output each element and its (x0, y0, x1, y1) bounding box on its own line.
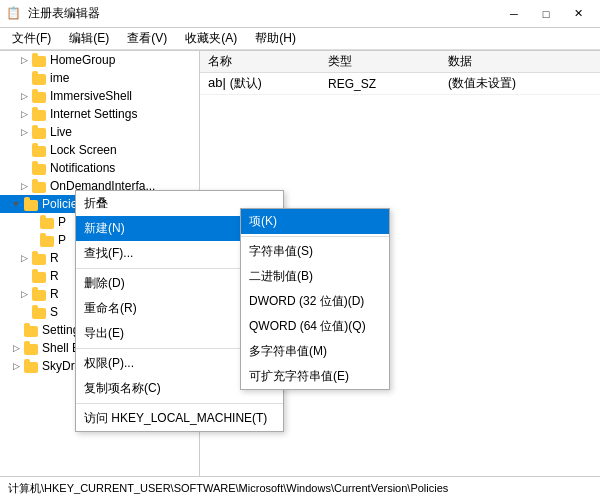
submenu-item[interactable]: 字符串值(S) (241, 239, 389, 264)
folder-icon (32, 125, 48, 139)
folder-icon (32, 71, 48, 85)
folder-icon (24, 323, 40, 337)
tree-label: Notifications (50, 161, 115, 175)
folder-icon (32, 179, 48, 193)
tree-item[interactable]: Lock Screen (0, 141, 199, 159)
tree-label: HomeGroup (50, 53, 115, 67)
folder-icon (32, 161, 48, 175)
tree-item[interactable]: ▷Live (0, 123, 199, 141)
folder-icon (32, 269, 48, 283)
ctx-item-label: 折叠 (84, 195, 108, 212)
menu-item-v[interactable]: 查看(V) (119, 28, 175, 49)
ctx-item-label: 权限(P)... (84, 355, 134, 372)
table-cell-type: REG_SZ (320, 73, 440, 95)
title-bar-controls: ─ □ ✕ (498, 4, 594, 24)
window: 📋 注册表编辑器 ─ □ ✕ 文件(F)编辑(E)查看(V)收藏夹(A)帮助(H… (0, 0, 600, 500)
tree-expand-icon: ▷ (16, 109, 32, 119)
tree-label: P (58, 215, 66, 229)
menu-separator (76, 403, 283, 404)
tree-expand-icon: ▷ (16, 55, 32, 65)
tree-expand-icon: ▼ (8, 199, 24, 209)
app-icon: 📋 (6, 6, 22, 22)
tree-label: ImmersiveShell (50, 89, 132, 103)
tree-label: R (50, 287, 59, 301)
col-header-type[interactable]: 类型 (320, 51, 440, 73)
maximize-button[interactable]: □ (530, 4, 562, 24)
folder-icon (40, 215, 56, 229)
folder-icon (32, 305, 48, 319)
table-cell-name: ab|(默认) (200, 73, 320, 95)
ctx-item-label: 复制项名称(C) (84, 380, 161, 397)
tree-item[interactable]: ▷HomeGroup (0, 51, 199, 69)
tree-expand-icon: ▷ (16, 181, 32, 191)
tree-label: Lock Screen (50, 143, 117, 157)
folder-icon (32, 143, 48, 157)
submenu-new[interactable]: 项(K)字符串值(S)二进制值(B)DWORD (32 位值)(D)QWORD … (240, 208, 390, 390)
tree-expand-icon: ▷ (8, 361, 24, 371)
menu-item-f[interactable]: 文件(F) (4, 28, 59, 49)
submenu-item[interactable]: 二进制值(B) (241, 264, 389, 289)
window-title: 注册表编辑器 (28, 5, 100, 22)
folder-icon (32, 107, 48, 121)
col-header-name[interactable]: 名称 (200, 51, 320, 73)
col-header-data[interactable]: 数据 (440, 51, 600, 73)
status-path: 计算机\HKEY_CURRENT_USER\SOFTWARE\Microsoft… (8, 481, 448, 496)
ctx-item-label: 查找(F)... (84, 245, 133, 262)
folder-icon (40, 233, 56, 247)
reg-value-icon: ab| (208, 75, 226, 90)
folder-icon (24, 341, 40, 355)
ctx-item-label: 新建(N) (84, 220, 125, 237)
tree-item[interactable]: ▷ImmersiveShell (0, 87, 199, 105)
tree-expand-icon: ▷ (16, 253, 32, 263)
table-header-row: 名称 类型 数据 (200, 51, 600, 73)
table-cell-data: (数值未设置) (440, 73, 600, 95)
tree-label: P (58, 233, 66, 247)
title-bar: 📋 注册表编辑器 ─ □ ✕ (0, 0, 600, 28)
menu-separator (241, 236, 389, 237)
folder-icon (32, 287, 48, 301)
close-button[interactable]: ✕ (562, 4, 594, 24)
folder-icon (32, 89, 48, 103)
ctx-menu-item[interactable]: 访问 HKEY_LOCAL_MACHINE(T) (76, 406, 283, 431)
tree-label: ime (50, 71, 69, 85)
ctx-item-label: 导出(E) (84, 325, 124, 342)
submenu-item[interactable]: 多字符串值(M) (241, 339, 389, 364)
tree-label: Live (50, 125, 72, 139)
ctx-item-label: 重命名(R) (84, 300, 137, 317)
menu-item-h[interactable]: 帮助(H) (247, 28, 304, 49)
tree-label: S (50, 305, 58, 319)
tree-expand-icon: ▷ (16, 91, 32, 101)
table-row[interactable]: ab|(默认)REG_SZ(数值未设置) (200, 73, 600, 95)
tree-item[interactable]: Notifications (0, 159, 199, 177)
submenu-item[interactable]: QWORD (64 位值)(Q) (241, 314, 389, 339)
submenu-item[interactable]: 项(K) (241, 209, 389, 234)
tree-label: R (50, 269, 59, 283)
menu-item-e[interactable]: 编辑(E) (61, 28, 117, 49)
folder-icon (24, 359, 40, 373)
ctx-item-label: 访问 HKEY_LOCAL_MACHINE(T) (84, 410, 267, 427)
tree-expand-icon: ▷ (16, 127, 32, 137)
submenu-item[interactable]: 可扩充字符串值(E) (241, 364, 389, 389)
tree-expand-icon: ▷ (8, 343, 24, 353)
tree-item[interactable]: ime (0, 69, 199, 87)
menu-bar: 文件(F)编辑(E)查看(V)收藏夹(A)帮助(H) (0, 28, 600, 50)
status-bar: 计算机\HKEY_CURRENT_USER\SOFTWARE\Microsoft… (0, 476, 600, 500)
tree-item[interactable]: ▷Internet Settings (0, 105, 199, 123)
tree-label: Internet Settings (50, 107, 137, 121)
folder-icon (32, 53, 48, 67)
tree-label: R (50, 251, 59, 265)
minimize-button[interactable]: ─ (498, 4, 530, 24)
submenu-item[interactable]: DWORD (32 位值)(D) (241, 289, 389, 314)
title-bar-left: 📋 注册表编辑器 (6, 5, 100, 22)
tree-expand-icon: ▷ (16, 289, 32, 299)
registry-table: 名称 类型 数据 ab|(默认)REG_SZ(数值未设置) (200, 51, 600, 95)
folder-icon (32, 251, 48, 265)
ctx-item-label: 删除(D) (84, 275, 125, 292)
folder-icon (24, 197, 40, 211)
menu-item-a[interactable]: 收藏夹(A) (177, 28, 245, 49)
